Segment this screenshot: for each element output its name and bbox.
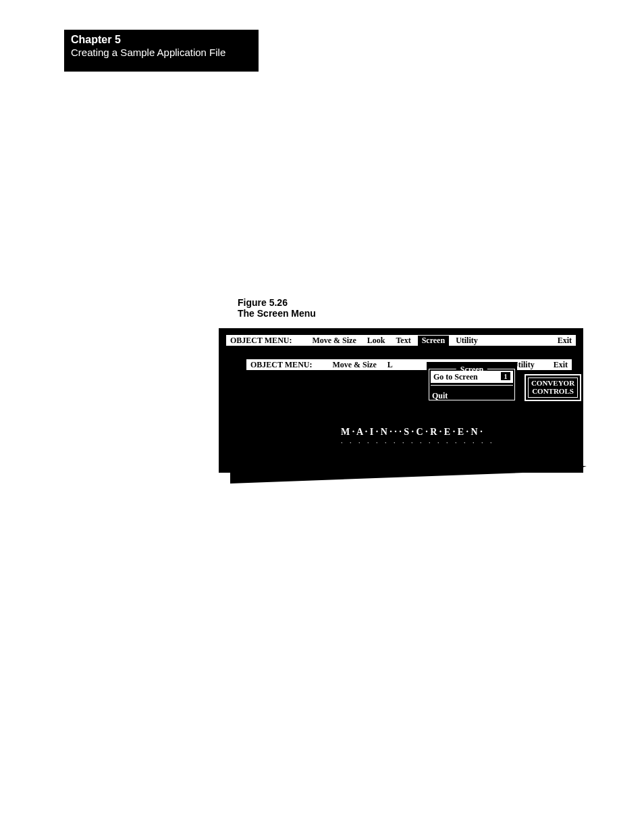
figure-shadow [230,466,587,484]
dropdown-divider [431,385,513,386]
menu-utility[interactable]: Utility [452,336,482,346]
inner-window: OBJECT MENU: Move & Size L Utility Exit … [240,359,584,461]
figure-number: Figure 5.26 [238,297,316,308]
main-screen-dotline: · · · · · · · · · · · · · · · · · · · · … [341,439,498,444]
dropdown-item-quit-label: Quit [432,391,448,401]
main-screen-title: M · A · I · N · · · S · C · R · E · E · … [341,427,483,438]
inner-menu-exit[interactable]: Exit [549,360,572,370]
menu-exit[interactable]: Exit [554,336,576,346]
menu-screen[interactable]: Screen [418,336,449,346]
dropdown-item-goto-label: Go to Screen [433,372,478,382]
chapter-number: Chapter 5 [71,34,252,46]
screen-dropdown: Screen Go to Screen 1 Quit [427,362,517,402]
figure-title: The Screen Menu [238,308,316,319]
menu-text[interactable]: Text [392,336,414,346]
conveyor-line2: CONTROLS [532,388,574,396]
dropdown-item-goto-value: 1 [501,372,510,380]
chapter-header: Chapter 5 Creating a Sample Application … [64,30,259,72]
dropdown-item-goto[interactable]: Go to Screen 1 [431,371,513,383]
inner-menu-look-clipped[interactable]: L [383,360,393,370]
chapter-subtitle: Creating a Sample Application File [71,47,252,59]
menu-look[interactable]: Look [363,336,390,346]
conveyor-controls-button[interactable]: CONVEYOR CONTROLS [525,374,581,401]
figure-caption: Figure 5.26 The Screen Menu [238,297,316,319]
outer-menubar: OBJECT MENU: Move & Size Look Text Scree… [226,335,576,346]
dropdown-item-quit[interactable]: Quit [429,390,514,402]
inner-menu-move-size[interactable]: Move & Size [328,360,380,370]
outer-menu-label: OBJECT MENU: [226,336,296,346]
menu-move-size[interactable]: Move & Size [308,336,360,346]
inner-menubar: OBJECT MENU: Move & Size L Utility Exit [246,359,572,370]
screenshot-figure: OBJECT MENU: Move & Size Look Text Scree… [219,328,583,473]
inner-menu-label: OBJECT MENU: [246,360,316,370]
